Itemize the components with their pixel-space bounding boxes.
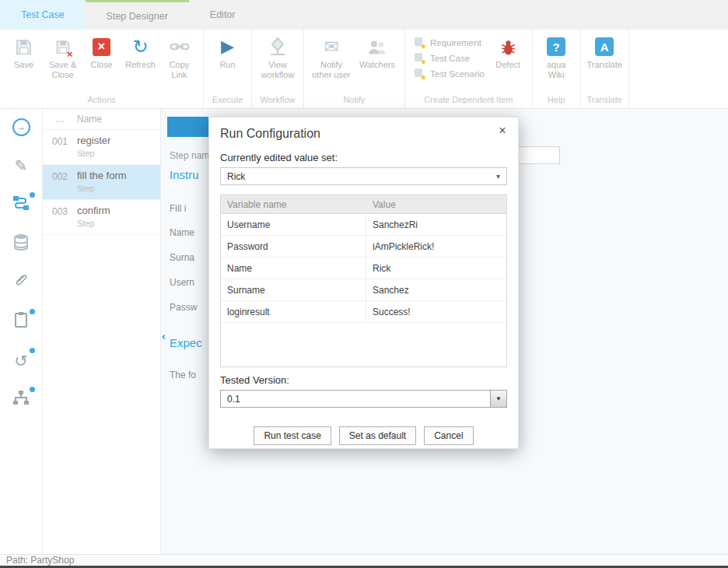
cancel-button[interactable]: Cancel [424, 426, 473, 445]
variable-value-cell: Success! [366, 301, 506, 322]
sidebar-item-hierarchy[interactable] [11, 389, 31, 409]
dialog-header: Run Configuration × [209, 117, 518, 145]
link-icon [170, 36, 190, 58]
step-row-confirm[interactable]: 003 confirm Step [43, 200, 160, 235]
run-button[interactable]: ▶ Run [209, 33, 246, 70]
refresh-icon: ↻ [132, 36, 148, 58]
collapse-arrow-icon: → [12, 118, 30, 136]
create-test-scenario-button[interactable]: ★ Test Scenario [411, 66, 488, 81]
database-icon [13, 233, 29, 254]
aqua-wiki-button[interactable]: ? aqua Wiki [538, 33, 575, 80]
status-bar: Path: PartyShop [0, 554, 728, 566]
run-icon: ▶ [221, 36, 234, 58]
tested-version-value: 0.1 [221, 391, 490, 407]
sidebar-item-review[interactable] [11, 311, 31, 331]
variables-table-header: Variable name Value [221, 195, 506, 214]
create-test-case-label: Test Case [430, 54, 470, 63]
tab-editor[interactable]: Editor [189, 0, 257, 30]
steps-flow-icon [12, 195, 30, 215]
ribbon-group-label-actions: Actions [5, 92, 198, 107]
instruction-text: Fill i [170, 203, 186, 214]
step-row-register[interactable]: 001 register Step [43, 130, 160, 165]
copy-link-button[interactable]: Copy Link [161, 33, 198, 80]
table-row[interactable]: Surname Sanchez [221, 279, 506, 301]
translate-button[interactable]: A Translate [586, 33, 623, 70]
variable-name-cell: Password [221, 236, 366, 257]
table-row[interactable]: loginresult Success! [221, 301, 506, 323]
sidebar-item-data[interactable] [11, 233, 31, 254]
ribbon-group-actions: Save × Save & Close × Close [0, 30, 204, 108]
app-window: Test Case Step Designer Editor Save × Sa [0, 0, 728, 568]
test-case-icon: ★ [414, 52, 425, 64]
name-column-header: Name [77, 114, 160, 124]
close-label: Close [90, 60, 112, 70]
table-row[interactable]: Password iAmPickleRick! [221, 236, 506, 258]
variable-name-cell: Name [221, 258, 366, 279]
expected-results-text: The fo [170, 370, 196, 380]
copy-link-label: Copy Link [161, 60, 198, 80]
sidebar-item-steps[interactable] [11, 195, 31, 215]
variable-name-cell: loginresult [221, 301, 366, 322]
sidebar-item-edit[interactable]: ✎ [11, 156, 31, 176]
help-question-icon: ? [547, 36, 565, 58]
dialog-close-icon[interactable]: × [495, 124, 509, 138]
notification-dot [30, 348, 35, 353]
save-and-close-icon: × [54, 36, 72, 58]
field-label-password: Passw [170, 302, 197, 313]
sidebar-item-attachments[interactable] [11, 272, 31, 293]
create-test-case-button[interactable]: ★ Test Case [411, 51, 488, 65]
expected-results-heading: Expec [170, 336, 202, 349]
translate-label: Translate [586, 60, 621, 70]
org-chart-icon [12, 390, 30, 408]
clipboard-icon [13, 311, 29, 331]
view-workflow-button[interactable]: View workflow [257, 33, 298, 80]
ribbon-group-workflow: View workflow Workflow [252, 30, 304, 108]
value-set-dropdown[interactable]: Rick ▾ [220, 167, 507, 185]
ribbon-group-label-notify: Notify [310, 92, 399, 107]
run-test-case-button[interactable]: Run test case [254, 426, 331, 445]
set-as-default-button[interactable]: Set as default [339, 426, 416, 445]
field-label-surname: Surna [170, 252, 194, 263]
step-title: confirm [77, 205, 160, 216]
combo-caret-icon[interactable]: ▼ [490, 391, 506, 407]
variable-value-cell: Rick [366, 258, 506, 279]
create-defect-label: Defect [495, 60, 520, 70]
tested-version-combobox[interactable]: 0.1 ▼ [220, 390, 507, 408]
step-number: 001 [43, 135, 77, 158]
save-button[interactable]: Save [5, 33, 42, 70]
aqua-wiki-label: aqua Wiki [538, 60, 575, 80]
watchers-icon [366, 36, 388, 58]
sidebar-item-collapse[interactable]: → [11, 117, 31, 137]
field-label-name: Name [170, 227, 194, 238]
step-type: Step [77, 149, 160, 158]
defect-bug-icon [499, 36, 518, 58]
collapse-chevron-icon[interactable]: ‹ [162, 329, 166, 342]
variable-name-cell: Surname [221, 279, 366, 300]
field-label-username: Usern [170, 277, 194, 288]
ribbon-group-create-dependent-item: ★ Requirement ★ Test Case ★ Test Scenari… [405, 30, 533, 108]
table-row[interactable]: Name Rick [221, 258, 506, 279]
menu-dots-icon[interactable]: … [43, 114, 77, 124]
ribbon-group-label-translate: Translate [586, 92, 623, 107]
notification-dot [30, 309, 35, 314]
step-list-header: … Name [43, 109, 160, 130]
tab-test-case[interactable]: Test Case [0, 0, 86, 30]
tab-step-designer[interactable]: Step Designer [86, 0, 189, 30]
save-and-close-button[interactable]: × Save & Close [44, 33, 81, 80]
notify-other-user-button[interactable]: ✉ Notify other user [310, 33, 353, 80]
dropdown-caret-icon: ▾ [496, 172, 500, 181]
instructions-heading: Instru [170, 168, 199, 181]
run-label: Run [219, 60, 235, 70]
close-button[interactable]: × Close [83, 33, 120, 70]
step-type: Step [77, 219, 160, 228]
step-row-fill-the-form[interactable]: 002 fill the form Step [43, 165, 160, 200]
create-requirement-button[interactable]: ★ Requirement [411, 35, 488, 50]
tested-version-label: Tested Version: [220, 374, 507, 386]
create-test-scenario-label: Test Scenario [430, 69, 485, 79]
refresh-button[interactable]: ↻ Refresh [122, 33, 159, 70]
sidebar-item-history[interactable]: ↺ [11, 350, 31, 370]
notification-dot [30, 192, 35, 198]
create-defect-button[interactable]: Defect [490, 33, 527, 70]
table-row[interactable]: Username SanchezRi [221, 214, 506, 236]
watchers-button[interactable]: Watchers [355, 33, 399, 70]
